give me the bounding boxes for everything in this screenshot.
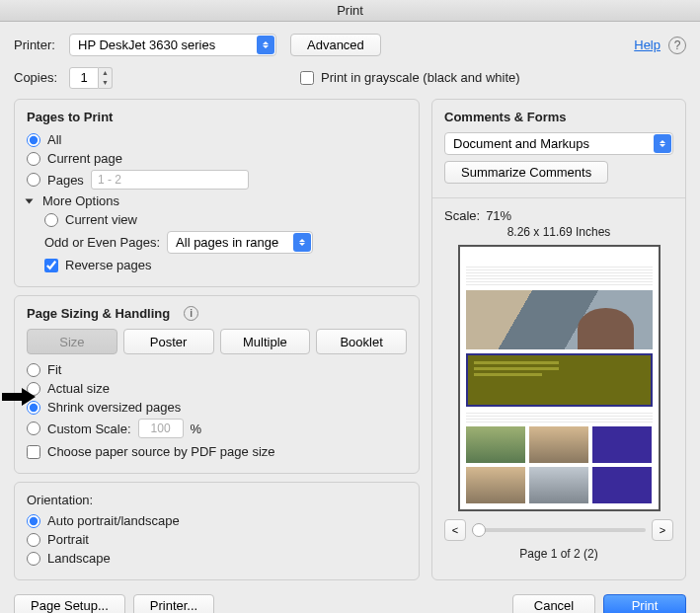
chevron-updown-icon	[293, 233, 311, 252]
choose-paper-label: Choose paper source by PDF page size	[47, 444, 275, 459]
actual-size-label: Actual size	[47, 381, 110, 396]
comments-panel: Comments & Forms Document and Markups Su…	[431, 99, 686, 580]
next-page-button[interactable]: >	[652, 519, 673, 541]
copies-label: Copies:	[14, 70, 65, 85]
grayscale-checkbox[interactable]	[300, 71, 314, 85]
landscape-radio[interactable]	[27, 552, 40, 566]
current-page-radio[interactable]	[27, 152, 40, 166]
stepper-down-icon[interactable]: ▼	[99, 78, 112, 88]
page-indicator: Page 1 of 2 (2)	[444, 547, 673, 561]
reverse-pages-label: Reverse pages	[65, 258, 151, 272]
scale-label: Scale:	[444, 208, 480, 223]
current-page-label: Current page	[47, 151, 122, 166]
multiple-tab[interactable]: Multiple	[220, 329, 311, 354]
print-button[interactable]: Print	[603, 594, 686, 613]
scale-value: 71%	[486, 208, 511, 223]
landscape-label: Landscape	[47, 551, 111, 566]
printer-settings-button[interactable]: Printer...	[133, 594, 214, 613]
chevron-updown-icon	[257, 36, 274, 54]
all-label: All	[47, 132, 61, 147]
fit-radio[interactable]	[27, 363, 40, 377]
portrait-radio[interactable]	[27, 533, 40, 547]
auto-orient-radio[interactable]	[27, 514, 40, 528]
poster-tab[interactable]: Poster	[123, 329, 214, 354]
summarize-comments-button[interactable]: Summarize Comments	[444, 161, 608, 184]
all-radio[interactable]	[27, 133, 40, 147]
comments-mode-select[interactable]: Document and Markups	[444, 132, 673, 155]
print-preview	[458, 245, 661, 511]
pages-range-input[interactable]	[91, 170, 249, 190]
more-options-label: More Options	[42, 193, 119, 208]
copies-stepper[interactable]: ▲▼	[69, 67, 113, 89]
size-tab[interactable]: Size	[27, 329, 117, 354]
odd-even-label: Odd or Even Pages:	[44, 235, 160, 250]
sizing-panel: Page Sizing & Handlingi Size Poster Mult…	[14, 295, 420, 474]
page-setup-button[interactable]: Page Setup...	[14, 594, 125, 613]
percent-label: %	[191, 421, 202, 436]
printer-select[interactable]: HP DeskJet 3630 series	[69, 34, 276, 56]
orientation-heading: Orientation:	[27, 493, 407, 507]
help-link[interactable]: Help	[634, 38, 661, 52]
advanced-button[interactable]: Advanced	[290, 34, 381, 56]
pages-to-print-panel: Pages to Print All Current page Pages Mo…	[14, 99, 420, 287]
info-icon[interactable]: i	[184, 306, 198, 321]
auto-orient-label: Auto portrait/landscape	[47, 513, 180, 528]
pages-radio[interactable]	[27, 173, 40, 187]
current-view-radio[interactable]	[44, 213, 58, 227]
reverse-pages-checkbox[interactable]	[44, 259, 58, 272]
choose-paper-checkbox[interactable]	[27, 445, 40, 459]
grayscale-label: Print in grayscale (black and white)	[321, 70, 520, 85]
page-dimensions: 8.26 x 11.69 Inches	[444, 225, 673, 239]
pages-heading: Pages to Print	[27, 110, 407, 124]
printer-label: Printer:	[14, 38, 65, 52]
svg-marker-0	[2, 388, 36, 406]
annotation-arrow-icon	[2, 388, 38, 406]
shrink-label: Shrink oversized pages	[47, 400, 181, 415]
custom-scale-input[interactable]	[138, 419, 184, 438]
comments-heading: Comments & Forms	[444, 110, 673, 124]
odd-even-select[interactable]: All pages in range	[167, 231, 313, 254]
chevron-updown-icon	[654, 134, 671, 153]
current-view-label: Current view	[65, 212, 137, 227]
stepper-up-icon[interactable]: ▲	[99, 68, 112, 78]
custom-scale-label: Custom Scale:	[47, 421, 131, 436]
help-icon[interactable]: ?	[668, 37, 686, 54]
booklet-tab[interactable]: Booklet	[316, 329, 407, 354]
page-slider[interactable]	[472, 528, 646, 532]
prev-page-button[interactable]: <	[444, 519, 466, 541]
cancel-button[interactable]: Cancel	[512, 594, 595, 613]
disclosure-triangle-icon[interactable]	[26, 198, 34, 203]
portrait-label: Portrait	[47, 532, 89, 547]
sizing-heading: Page Sizing & Handlingi	[27, 306, 407, 321]
orientation-panel: Orientation: Auto portrait/landscape Por…	[14, 482, 420, 580]
pages-label: Pages	[47, 173, 84, 188]
copies-input[interactable]	[69, 67, 99, 89]
window-title: Print	[0, 0, 700, 22]
fit-label: Fit	[47, 362, 61, 377]
slider-knob-icon[interactable]	[472, 523, 486, 537]
custom-scale-radio[interactable]	[27, 421, 40, 435]
